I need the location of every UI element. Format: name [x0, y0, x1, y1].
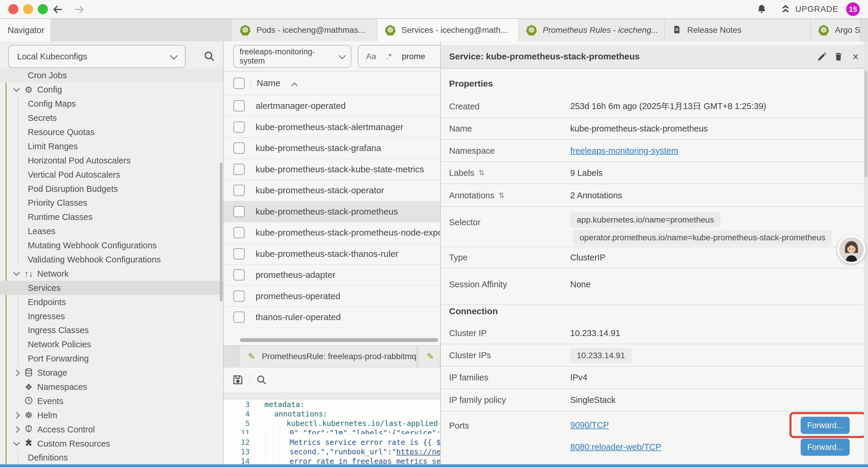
row-checkbox[interactable]	[234, 227, 245, 238]
code-line-12[interactable]: 12Metrics service error rate is {{ $va	[224, 438, 440, 447]
sidebar-item-runtime-classes[interactable]: Runtime Classes	[0, 210, 223, 224]
sidebar-item-access-control[interactable]: Access Control	[0, 422, 223, 437]
row-checkbox[interactable]	[234, 121, 245, 133]
zoom-window-button[interactable]	[38, 4, 48, 14]
sidebar-item-cron-jobs[interactable]: Cron Jobs	[0, 68, 223, 83]
sidebar-item-helm[interactable]: ☸Helm	[0, 408, 223, 422]
sidebar-item-limit-ranges[interactable]: Limit Ranges	[0, 139, 223, 153]
sidebar-item-custom-resources[interactable]: Custom Resources	[0, 437, 223, 451]
notification-count-badge[interactable]: 15	[846, 2, 860, 16]
save-icon[interactable]	[232, 374, 244, 386]
code-line-14[interactable]: 14error rate in freeleaps metrics ser	[224, 457, 440, 465]
back-icon[interactable]	[52, 4, 64, 16]
row-checkbox[interactable]	[234, 248, 245, 260]
code-line-11[interactable]: 110","for":"1m","labels":{"service":	[224, 428, 440, 434]
sidebar-item-pod-disruption-budgets[interactable]: Pod Disruption Budgets	[0, 182, 223, 196]
sidebar-search-icon[interactable]	[203, 50, 215, 62]
forward-port-button[interactable]: Forward...	[801, 439, 850, 456]
table-row-kube-prometheus-stack-grafana[interactable]: kube-prometheus-stack-grafana	[224, 138, 440, 159]
sidebar-item-ingresses[interactable]: Ingresses	[0, 309, 223, 323]
sidebar-item-vertical-pod-autoscalers[interactable]: Vertical Pod Autoscalers	[0, 168, 223, 182]
code-link[interactable]: https://net	[396, 447, 440, 456]
tab-release-notes[interactable]: Release Notes	[665, 19, 811, 41]
editor-tab-next[interactable]: ✎	[418, 346, 440, 367]
regex-toggle[interactable]: .*	[386, 52, 392, 61]
row-checkbox[interactable]	[234, 164, 245, 175]
property-value[interactable]: 2 Annotations	[570, 191, 622, 200]
sidebar-item-events[interactable]: Events	[0, 394, 223, 408]
forward-icon[interactable]	[73, 4, 85, 16]
table-row-kube-prometheus-stack-kube-state-metrics[interactable]: kube-prometheus-stack-kube-state-metrics	[224, 159, 440, 180]
code-line-3[interactable]: 3metadata:	[224, 400, 440, 409]
row-checkbox[interactable]	[234, 185, 245, 196]
kubeconfig-select[interactable]: Local Kubeconfigs	[8, 45, 186, 68]
sidebar-item-endpoints[interactable]: Endpoints	[0, 295, 223, 309]
sidebar-item-config[interactable]: ⚙Config	[0, 83, 223, 97]
sidebar-item-services[interactable]: Services	[0, 281, 223, 295]
select-all-checkbox[interactable]	[234, 78, 245, 89]
forward-port-button[interactable]: Forward...	[801, 417, 850, 434]
namespace-select[interactable]: freeleaps-monitoring-system	[233, 45, 351, 68]
sidebar-item-storage[interactable]: Storage	[0, 366, 223, 380]
sidebar-item-network[interactable]: ↑↓Network	[0, 267, 223, 281]
sidebar-item-namespaces[interactable]: ❖Namespaces	[0, 380, 223, 394]
table-row-prometheus-operated[interactable]: prometheus-operated	[224, 286, 440, 307]
edit-service-icon[interactable]	[816, 52, 827, 62]
sidebar-item-port-forwarding[interactable]: Port Forwarding	[0, 352, 223, 366]
notifications-bell-icon[interactable]	[756, 4, 767, 14]
detail-scrollbar-thumb[interactable]	[864, 71, 867, 177]
row-checkbox[interactable]	[234, 269, 245, 281]
table-row-kube-prometheus-stack-prometheus-node-expor[interactable]: kube-prometheus-stack-prometheus-node-ex…	[224, 222, 440, 243]
filter-input[interactable]: Aa .* prome	[358, 45, 440, 68]
sidebar-item-network-policies[interactable]: Network Policies	[0, 338, 223, 352]
sidebar-item-resource-quotas[interactable]: Resource Quotas	[0, 125, 223, 140]
row-checkbox[interactable]	[234, 143, 245, 154]
namespace-link[interactable]: freeleaps-monitoring-system	[570, 146, 678, 155]
table-row-kube-prometheus-stack-alertmanager[interactable]: kube-prometheus-stack-alertmanager	[224, 117, 440, 138]
table-row-thanos-ruler-operated[interactable]: thanos-ruler-operated	[224, 307, 440, 328]
tab-navigator[interactable]: Navigator	[0, 19, 51, 41]
row-checkbox[interactable]	[234, 291, 245, 302]
close-panel-icon[interactable]: ×	[850, 52, 861, 62]
sidebar-item-validating-webhook-configurations[interactable]: Validating Webhook Configurations	[0, 253, 223, 267]
table-row-alertmanager-operated[interactable]: alertmanager-operated	[224, 95, 440, 117]
yaml-editor[interactable]: 3metadata:4annotations:5kubectl.kubernet…	[224, 400, 440, 465]
row-checkbox[interactable]	[234, 312, 245, 323]
delete-service-icon[interactable]	[833, 52, 844, 62]
property-value[interactable]: 9 Labels	[570, 168, 603, 178]
tab-argo-se[interactable]: ☸Argo Se...	[811, 19, 860, 41]
expand-collapse-icon[interactable]: ⇅	[498, 191, 504, 200]
expand-collapse-icon[interactable]: ⇅	[478, 169, 484, 177]
table-row-prometheus-adapter[interactable]: prometheus-adapter	[224, 265, 440, 286]
minimize-window-button[interactable]	[23, 4, 33, 14]
editor-tab-prometheusrule[interactable]: ✎ PrometheusRule: freeleaps-prod-rabbitm…	[239, 346, 417, 367]
sidebar-item-leases[interactable]: Leases	[0, 224, 223, 238]
sidebar-item-secrets[interactable]: Secrets	[0, 111, 223, 125]
horizontal-scrollbar[interactable]	[240, 338, 438, 342]
sidebar-item-horizontal-pod-autoscalers[interactable]: Horizontal Pod Autoscalers	[0, 153, 223, 168]
name-column-header[interactable]: Name	[257, 78, 280, 88]
sidebar-item-priority-classes[interactable]: Priority Classes	[0, 196, 223, 210]
sidebar-scrollbar[interactable]	[220, 163, 222, 301]
row-checkbox[interactable]	[234, 100, 245, 111]
match-case-toggle[interactable]: Aa	[366, 52, 376, 61]
table-row-kube-prometheus-stack-prometheus[interactable]: kube-prometheus-stack-prometheus	[224, 201, 440, 223]
sidebar-item-mutating-webhook-configurations[interactable]: Mutating Webhook Configurations	[0, 238, 223, 253]
table-row-kube-prometheus-stack-operator[interactable]: kube-prometheus-stack-operator	[224, 180, 440, 201]
tab-prometheus-rules-icecheng[interactable]: ☸Prometheus Rules - icecheng...	[519, 19, 665, 41]
sort-ascending-icon[interactable]	[291, 83, 298, 89]
code-line-13[interactable]: 13second.","runbook_url":"https://net	[224, 447, 440, 457]
tab-services-icecheng-math[interactable]: ☸Services - icecheng@math...×	[377, 19, 519, 41]
editor-search-icon[interactable]	[255, 374, 267, 386]
close-tab-icon[interactable]: ×	[513, 25, 519, 35]
close-window-button[interactable]	[8, 4, 18, 14]
sidebar-item-definitions[interactable]: Definitions	[0, 451, 223, 465]
row-checkbox[interactable]	[234, 206, 245, 217]
user-avatar[interactable]	[837, 235, 866, 264]
code-line-5[interactable]: 5kubectl.kubernetes.io/last-applied-con	[224, 419, 440, 428]
port-link-9090[interactable]: 9090/TCP	[570, 420, 609, 430]
sidebar-item-ingress-classes[interactable]: Ingress Classes	[0, 323, 223, 338]
port-link-8080[interactable]: 8080:reloader-web/TCP	[570, 442, 661, 452]
upgrade-button[interactable]: UPGRADE	[780, 4, 838, 15]
tab-pods-icecheng-mathmas[interactable]: ☸Pods - icecheng@mathmas...	[232, 19, 377, 41]
